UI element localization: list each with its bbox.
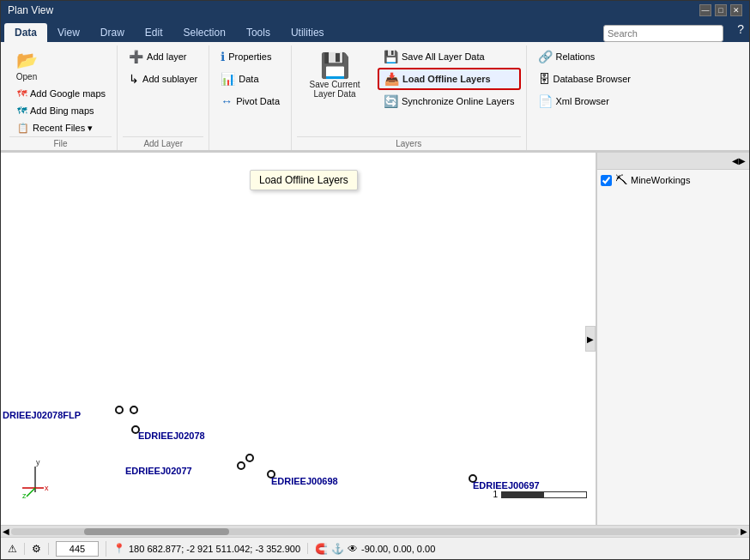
map-dot [237, 461, 245, 470]
save-all-layer-data-button[interactable]: 💾 Save All Layer Data [378, 47, 520, 66]
xml-browser-icon: 📄 [538, 94, 553, 108]
eye-icon[interactable]: 👁 [348, 543, 358, 555]
ribbon-tabs: Data View Draw Edit Selection Tools Util… [1, 20, 749, 42]
tab-edit[interactable]: Edit [135, 23, 173, 42]
main-area: Load Offline Layers DRIEEJ02078FLP EDRIE… [1, 153, 749, 525]
settings-icon: ⚙ [32, 543, 41, 555]
right-group-items: 🔗 Relations 🗄 Database Browser 📄 Xml Bro… [532, 45, 638, 150]
scale-indicator [501, 491, 587, 498]
svg-text:x: x [45, 484, 49, 492]
pivot-data-button[interactable]: ↔ Pivot Data [215, 92, 286, 111]
add-layer-icon: ➕ [129, 50, 143, 63]
tab-draw[interactable]: Draw [90, 23, 135, 42]
save-all-icon: 💾 [384, 50, 398, 63]
icons-section: 🧲 ⚓ 👁 -90.00, 0.00, 0.00 [315, 543, 435, 555]
close-button[interactable]: ✕ [730, 4, 742, 16]
map-label: EDRIEEJ00698 [271, 476, 338, 486]
tab-view[interactable]: View [47, 23, 90, 42]
scrollbar-track[interactable] [11, 528, 739, 535]
ribbon-group-properties: ℹ Properties 📊 Data ↔ Pivot Data [209, 45, 292, 150]
canvas-area[interactable]: Load Offline Layers DRIEEJ02078FLP EDRIE… [1, 153, 596, 525]
database-browser-button[interactable]: 🗄 Database Browser [532, 69, 638, 88]
maximize-button[interactable]: □ [715, 4, 727, 16]
ribbon: Data View Draw Edit Selection Tools Util… [1, 20, 749, 153]
axis-svg: y x z [14, 458, 57, 501]
ribbon-group-file: 📂 Open 🗺 Add Google maps 🗺 Add Bing maps [4, 45, 118, 150]
open-icon: 📂 [16, 50, 38, 70]
coordinates-section: 📍 180 682.877; -2 921 511.042; -3 352.90… [113, 543, 308, 554]
title-bar: Plan View — □ ✕ [1, 1, 749, 20]
rotation-display: -90.00, 0.00, 0.00 [361, 544, 435, 554]
anchor-icon[interactable]: ⚓ [331, 543, 344, 555]
scale-bar: 1 [493, 490, 587, 499]
layer-icon: ⛏ [615, 173, 627, 187]
save-current-layer-data-button[interactable]: 💾 Save Current Layer Data [297, 47, 372, 103]
recent-files-button[interactable]: 📋 Recent Files ▾ [11, 120, 112, 136]
ribbon-group-add-layer: ➕ Add layer ↳ Add sublayer Add Layer [118, 45, 209, 150]
file-group-label: File [9, 136, 112, 150]
add-sublayer-button[interactable]: ↳ Add sublayer [123, 69, 203, 88]
properties-button[interactable]: ℹ Properties [215, 47, 277, 66]
ribbon-group-right: 🔗 Relations 🗄 Database Browser 📄 Xml Bro… [527, 45, 643, 150]
scrollbar-thumb[interactable] [84, 528, 230, 535]
add-layer-button[interactable]: ➕ Add layer [123, 47, 192, 66]
load-offline-icon: 📥 [384, 72, 399, 86]
tab-data[interactable]: Data [4, 23, 47, 42]
add-layer-group-label: Add Layer [123, 136, 203, 150]
tab-selection[interactable]: Selection [173, 23, 236, 42]
tab-tools[interactable]: Tools [236, 23, 281, 42]
map-dot [130, 406, 138, 414]
right-panel-toolbar: ◀▶ [597, 153, 749, 170]
layers-items: 💾 Save Current Layer Data 💾 Save All Lay… [297, 45, 520, 136]
data-button[interactable]: 📊 Data [215, 69, 264, 88]
properties-icon: ℹ [221, 50, 225, 63]
database-browser-icon: 🗄 [538, 72, 550, 86]
svg-text:y: y [36, 458, 40, 467]
add-google-maps-button[interactable]: 🗺 Add Google maps [11, 86, 112, 101]
xml-browser-button[interactable]: 📄 Xml Browser [532, 92, 615, 111]
relations-button[interactable]: 🔗 Relations [532, 47, 602, 66]
scroll-left-arrow[interactable]: ◀ [3, 527, 9, 536]
map-dot [115, 406, 124, 414]
synchronize-online-layers-button[interactable]: 🔄 Synchronize Online Layers [378, 92, 520, 111]
search-input[interactable] [603, 25, 723, 42]
scroll-right-arrow[interactable]: ▶ [741, 527, 747, 536]
layer-checkbox[interactable] [601, 175, 612, 186]
layer-name: MineWorkings [631, 175, 691, 185]
zoom-input[interactable] [56, 541, 99, 557]
map-dot [245, 454, 254, 462]
coordinate-icon: 📍 [113, 543, 125, 554]
add-bing-maps-button[interactable]: 🗺 Add Bing maps [11, 103, 112, 118]
map-label: EDRIEEJ02077 [125, 466, 192, 476]
minimize-button[interactable]: — [699, 4, 711, 16]
bing-maps-icon: 🗺 [17, 105, 27, 116]
expand-icon: ◀▶ [732, 156, 746, 166]
horizontal-scrollbar[interactable]: ◀ ▶ [1, 525, 749, 537]
panel-expand-arrow[interactable]: ▶ [585, 326, 596, 352]
layers-right-col: 💾 Save All Layer Data 📥 Load Offline Lay… [378, 47, 520, 111]
app-title: Plan View [8, 4, 53, 16]
tab-utilities[interactable]: Utilities [281, 23, 335, 42]
help-button[interactable]: ? [737, 22, 744, 36]
map-label: DRIEEJ02078FLP [3, 410, 81, 420]
status-info: ⚠ [8, 543, 25, 555]
google-maps-icon: 🗺 [17, 88, 27, 99]
relations-icon: 🔗 [538, 50, 553, 63]
save-current-layer-icon: 💾 [320, 51, 350, 80]
right-panel: ◀▶ ⛏ MineWorkings [596, 153, 749, 525]
properties-items: ℹ Properties 📊 Data ↔ Pivot Data [215, 45, 286, 150]
info-icon: ⚠ [8, 543, 17, 555]
app-window: Plan View — □ ✕ Data View Draw Edit Sele… [0, 0, 750, 560]
magnet-icon[interactable]: 🧲 [315, 543, 328, 555]
open-button[interactable]: 📂 Open [9, 47, 44, 84]
axis-widget: y x z [14, 458, 57, 503]
load-offline-layers-button[interactable]: 📥 Load Offline Layers [378, 68, 520, 90]
add-sublayer-icon: ↳ [129, 72, 139, 86]
sync-icon: 🔄 [384, 94, 398, 108]
status-settings: ⚙ [32, 543, 49, 555]
ribbon-file-items: 📂 Open [9, 45, 44, 86]
recent-files-icon: 📋 [17, 123, 29, 134]
pivot-data-icon: ↔ [221, 94, 233, 108]
status-bar: ⚠ ⚙ 📍 180 682.877; -2 921 511.042; -3 35… [1, 537, 749, 559]
svg-line-2 [27, 488, 35, 497]
